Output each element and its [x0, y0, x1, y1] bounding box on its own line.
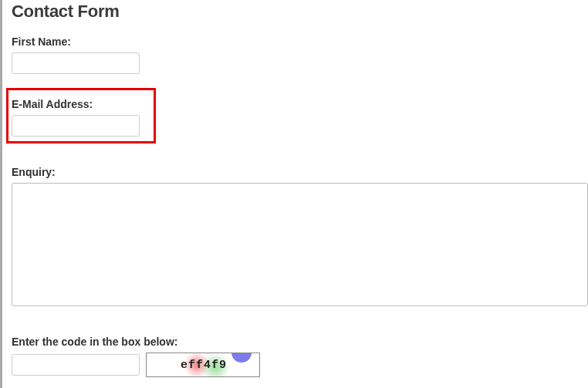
- captcha-label: Enter the code in the box below:: [12, 336, 588, 348]
- first-name-label: First Name:: [12, 35, 588, 48]
- captcha-decoration-icon: [231, 353, 252, 363]
- enquiry-label: Enquiry:: [12, 166, 588, 178]
- email-input[interactable]: [12, 115, 140, 137]
- captcha-row: eff4f9: [12, 353, 588, 377]
- captcha-input[interactable]: [12, 354, 140, 376]
- page-title: Contact Form: [2, 0, 588, 28]
- first-name-group: First Name:: [2, 28, 588, 74]
- captcha-code-text: eff4f9: [181, 359, 227, 372]
- enquiry-group: Enquiry:: [2, 158, 588, 306]
- captcha-image: eff4f9: [146, 353, 260, 377]
- email-label: E-Mail Address:: [12, 98, 588, 110]
- first-name-input[interactable]: [12, 52, 140, 74]
- email-group: E-Mail Address:: [2, 94, 588, 137]
- enquiry-textarea[interactable]: [12, 183, 588, 306]
- captcha-group: Enter the code in the box below: eff4f9: [2, 328, 588, 377]
